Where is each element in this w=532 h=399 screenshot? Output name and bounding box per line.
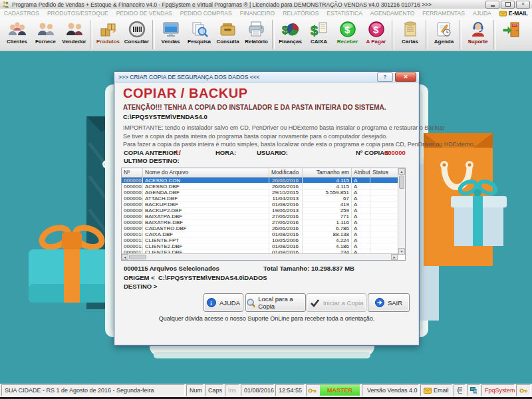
key-icon: [519, 388, 527, 394]
support-icon: [469, 21, 487, 39]
usuario-label: USUARIO:: [257, 149, 288, 156]
instruction-line: Se tiver a copia da pasta inteira do pro…: [123, 132, 475, 141]
app-icon: [2, 1, 9, 8]
file-row[interactable]: 0000004 ATTACH.DBF 11/04/2013 67 A: [122, 196, 405, 201]
menu-agendamento[interactable]: AGENDAMENTO: [366, 10, 418, 17]
envelope-icon: [424, 388, 432, 394]
copia-anterior-value: / /: [176, 149, 181, 156]
file-row[interactable]: 0000003 AGENDA.DBF 29/10/2015 5.559.851 …: [122, 190, 405, 196]
dialog-close-button[interactable]: ✕: [395, 72, 416, 82]
scroll-right-arrow[interactable]: ►: [391, 254, 398, 260]
warning-text: ATENÇÃO!!! TENHA A COPIA DO INSTALADOR E…: [123, 104, 386, 111]
sales-monitor-icon: [162, 21, 180, 39]
menu-pedido-compras[interactable]: PEDIDO COMPRAS: [176, 10, 236, 17]
magnifier-icon: [246, 298, 255, 308]
toolbar-exit[interactable]: EXIT: [497, 19, 526, 50]
file-row[interactable]: 0000009 CADASTRO.DBF 26/06/2016 6.786 A: [122, 225, 405, 231]
toolbar-receber[interactable]: $ Receber: [333, 19, 362, 50]
files-table[interactable]: Nº Nome do Arquivo Modificado Tamanho em…: [121, 168, 406, 261]
menu-relatorios[interactable]: RELATÓRIOS: [279, 10, 323, 17]
toolbar-vendas[interactable]: Vendas: [156, 19, 185, 50]
menu-produtos-estoque[interactable]: PRODUTOS/ESTOQUE: [43, 10, 112, 17]
status-network[interactable]: [467, 384, 480, 396]
status-num: Num: [186, 384, 203, 396]
toolbar-pesquisa[interactable]: Pesquisa: [185, 19, 213, 50]
menu-bar: CADASTROS PRODUTOS/ESTOQUE PEDIDO DE VEN…: [0, 9, 532, 19]
origem-path: C:\FPQSYSTEM\VENDAS4.0\DADOS: [158, 274, 267, 281]
toolbar-separator: [392, 20, 394, 49]
ajuda-button[interactable]: i AJUDA: [203, 293, 243, 312]
toolbar-agenda[interactable]: Agenda: [430, 19, 458, 50]
toolbar-fornece[interactable]: Fornece: [31, 19, 60, 50]
menu-financeiro[interactable]: FINANCEIRO: [236, 10, 279, 17]
scroll-down-arrow[interactable]: ▼: [398, 248, 405, 255]
blue-gift-illustration: [449, 178, 510, 252]
local-para-copia-button[interactable]: Local para a Copia: [245, 293, 306, 312]
minimize-button[interactable]: [485, 1, 499, 9]
toolbar-clientes[interactable]: Clientes: [3, 19, 31, 50]
dialog-titlebar: >>> CRIAR COPIA DE SEGURANÇA DOS DADOS <…: [114, 72, 419, 82]
status-date: 01/08/2016: [241, 384, 274, 396]
svg-text:$: $: [373, 24, 379, 35]
toolbar-relatorio[interactable]: Relatório: [242, 19, 271, 50]
exit-arrow-icon: [375, 298, 384, 307]
toolbar-produtos[interactable]: Produtos: [94, 19, 122, 50]
vertical-scroll-thumb[interactable]: [399, 176, 404, 189]
status-printer[interactable]: [454, 384, 466, 396]
file-row[interactable]: 0000010 CAIXA.DBF 01/08/2016 88.138 A: [122, 231, 405, 237]
toolbar-vendedor[interactable]: Vendedor: [60, 19, 88, 50]
file-row[interactable]: 0000011 CLIENTE.FPT 10/05/2006 4.224 A: [122, 237, 405, 243]
dialog-help-button[interactable]: ?: [377, 72, 393, 82]
application-window: Programa Pedido de Vendas + Estoque & Fi…: [0, 0, 532, 399]
finance-pie-icon: $: [281, 21, 300, 39]
files-table-header: Nº Nome do Arquivo Modificado Tamanho em…: [122, 168, 405, 178]
status-brand: FpqSystem: [481, 384, 515, 396]
horizontal-scrollbar[interactable]: ◄ ►: [122, 253, 398, 260]
toolbar-caixa[interactable]: $ CAIXA: [305, 19, 333, 50]
file-row[interactable]: 0000006 BACKUP2.DBF 19/06/2013 259 A: [122, 207, 405, 213]
menu-cadastros[interactable]: CADASTROS: [0, 10, 43, 17]
menu-pedido-de-vendas[interactable]: PEDIDO DE VENDAS: [112, 10, 176, 17]
origem-label: ORIGEM <: [124, 274, 155, 281]
status-ins: Ins: [225, 384, 239, 396]
file-row[interactable]: 0000007 BAIXATPA.DBF 27/06/2016 771 A: [122, 213, 405, 219]
file-row[interactable]: 0000002 ACESSO.DBF 26/06/2016 4.115 A: [122, 184, 405, 190]
instruction-line: Para fazer a copia da pasta inteira é mu…: [123, 140, 475, 149]
total-size-label: Total Tamanho:: [263, 265, 309, 272]
menu-ferramentas[interactable]: FERRAMENTAS: [418, 10, 469, 17]
close-button[interactable]: ✕: [516, 1, 530, 9]
scroll-left-arrow[interactable]: ◄: [122, 254, 128, 260]
printer-icon: [457, 387, 462, 394]
backup-dialog: >>> CRIAR COPIA DE SEGURANÇA DOS DADOS <…: [114, 71, 420, 346]
file-row[interactable]: 0000001 ACESSO.CON 20/06/2016 4.115 A: [122, 178, 405, 184]
search-doc-icon: [190, 21, 209, 39]
toolbar-financas[interactable]: $ Finanças: [276, 19, 305, 50]
dialog-title: >>> CRIAR COPIA DE SEGURANÇA DOS DADOS <…: [118, 74, 260, 80]
file-row[interactable]: 0000008 BAIXATRE.DBF 27/06/2016 1.116 A: [122, 219, 405, 225]
toolbar-apagar[interactable]: $ A Pagar: [362, 19, 390, 50]
status-caps: Caps: [205, 384, 223, 396]
destino-label: DESTINO >: [124, 283, 157, 290]
file-row[interactable]: 0000005 BACKUP.DBF 01/08/2016 419 A: [122, 201, 405, 207]
scroll-up-arrow[interactable]: ▲: [398, 168, 405, 175]
status-email[interactable]: Email: [420, 384, 452, 396]
svg-text:$: $: [311, 23, 318, 38]
menu-ajuda[interactable]: AJUDA: [469, 10, 495, 17]
iniciar-copia-button[interactable]: Iniciar a Copia: [307, 293, 366, 312]
sair-button[interactable]: SAIR: [368, 293, 410, 312]
toolbar-consulta[interactable]: Consulta: [213, 19, 242, 50]
status-user: MASTER: [306, 384, 360, 396]
toolbar: Clientes Fornece Vendedor Produtos Consu…: [0, 18, 532, 51]
restore-button[interactable]: [501, 1, 515, 9]
info-icon: i: [207, 298, 216, 307]
horizontal-scroll-thumb[interactable]: [129, 255, 146, 259]
toolbar-separator: [460, 20, 462, 49]
vertical-scrollbar[interactable]: ▲ ▼: [398, 168, 405, 255]
menu-email[interactable]: E-MAIL: [495, 10, 532, 17]
network-icon: [470, 387, 477, 394]
toolbar-consultar[interactable]: Consultar: [122, 19, 151, 50]
menu-estatistica[interactable]: ESTATISTICA: [323, 10, 366, 17]
toolbar-suporte[interactable]: Suporte: [464, 19, 492, 50]
toolbar-cartas[interactable]: Cartas: [396, 19, 424, 50]
file-row[interactable]: 0000012 CLIENTE2.DBF 01/08/2016 4.186 A: [122, 243, 405, 249]
